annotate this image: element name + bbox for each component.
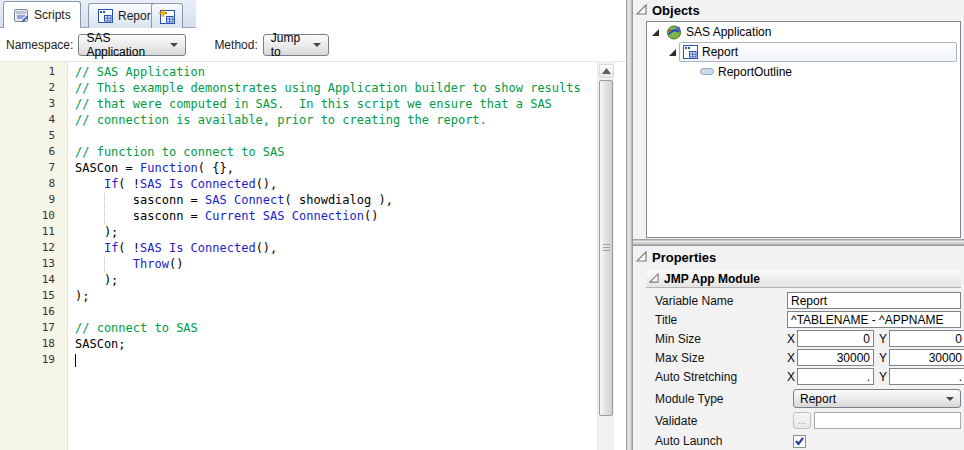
tree-item-label: Report: [702, 45, 738, 59]
collapse-triangle-icon[interactable]: [649, 272, 659, 286]
vertical-splitter[interactable]: [626, 0, 633, 450]
line-number: 9: [0, 192, 55, 208]
line-number: 18: [0, 336, 55, 352]
horizontal-splitter[interactable]: [633, 239, 964, 246]
code-line: 13 Throw(): [0, 256, 597, 272]
auto-stretching-label: Auto Stretching: [655, 370, 787, 384]
line-number: 19: [0, 352, 55, 368]
variable-name-field[interactable]: [787, 292, 961, 309]
property-row-title: Title: [655, 310, 961, 329]
scrollbar-thumb[interactable]: [599, 80, 613, 416]
max-size-label: Max Size: [655, 351, 787, 365]
tree-item-sas-application[interactable]: SAS Application: [647, 22, 960, 42]
code-line: 19: [0, 352, 597, 368]
tab-bar: Scripts Report: [0, 0, 626, 28]
max-size-y-label: Y: [879, 351, 889, 365]
editor-vertical-scrollbar[interactable]: [597, 61, 614, 450]
scrollbar-up-arrow[interactable]: [599, 64, 614, 78]
tree-item-content: ReportOutline: [696, 62, 957, 82]
min-size-y-label: Y: [879, 332, 889, 346]
objects-panel-header: Objects: [633, 0, 964, 21]
method-dropdown[interactable]: Jump to: [263, 34, 329, 56]
tree-expander-icon[interactable]: [667, 47, 679, 57]
auto-stretching-y-field[interactable]: [889, 368, 964, 385]
objects-tree: SAS ApplicationReportReportOutline: [646, 21, 961, 238]
title-field[interactable]: [787, 311, 961, 328]
method-label: Method:: [214, 38, 257, 52]
code-line-text: // connect to SAS: [55, 320, 198, 336]
auto-launch-label: Auto Launch: [655, 434, 787, 448]
tab-report-label: Report: [118, 9, 154, 23]
code-line-text: // This example demonstrates using Appli…: [55, 80, 581, 96]
tree-expander-icon[interactable]: [650, 27, 662, 37]
code-line-text: SASCon;: [55, 336, 126, 352]
code-lines: 1// SAS Application2// This example demo…: [0, 64, 597, 368]
tree-item-content: SAS Application: [662, 22, 957, 42]
code-line: 14 );: [0, 272, 597, 288]
new-report-icon: [159, 9, 175, 24]
properties-panel-title: Properties: [652, 250, 716, 265]
auto-stretching-x-field[interactable]: [797, 368, 874, 385]
code-line: 10 sasconn = Current SAS Connection(): [0, 208, 597, 224]
code-line-text: [55, 128, 75, 144]
line-number: 7: [0, 160, 55, 176]
line-number: 8: [0, 176, 55, 192]
collapse-triangle-icon[interactable]: [636, 250, 647, 265]
scripts-pane: Scripts Report: [0, 0, 626, 450]
code-line-text: SASCon = Function( {},: [55, 160, 234, 176]
chevron-down-icon: [946, 397, 954, 401]
line-number: 3: [0, 96, 55, 112]
line-number: 12: [0, 240, 55, 256]
objects-panel-title: Objects: [652, 3, 700, 18]
namespace-label: Namespace:: [6, 38, 73, 52]
tree-item-report[interactable]: Report: [647, 42, 960, 62]
line-number: 13: [0, 256, 55, 272]
sas-application-icon: [666, 25, 682, 40]
tab-new-module-button[interactable]: [151, 3, 183, 28]
line-number: 17: [0, 320, 55, 336]
max-size-y-field[interactable]: [889, 349, 964, 366]
min-size-y-field[interactable]: [889, 330, 964, 347]
module-type-dropdown[interactable]: Report: [793, 389, 961, 408]
module-type-label: Module Type: [655, 392, 787, 406]
report-icon: [98, 9, 113, 23]
max-size-x-label: X: [787, 351, 797, 365]
code-line-text: If( !SAS Is Connected(),: [55, 240, 277, 256]
scrollbar-grip: [603, 244, 610, 252]
script-editor[interactable]: 1// SAS Application2// This example demo…: [0, 61, 626, 450]
code-line: 12 If( !SAS Is Connected(),: [0, 240, 597, 256]
properties-panel-header: Properties: [633, 246, 964, 268]
validate-browse-button[interactable]: ...: [793, 412, 811, 429]
collapse-triangle-icon[interactable]: [636, 3, 647, 18]
tree-item-reportoutline[interactable]: ReportOutline: [647, 62, 960, 82]
auto-launch-checkbox[interactable]: [793, 435, 806, 448]
code-line: 3// that were computed in SAS. In this s…: [0, 96, 597, 112]
line-number: 1: [0, 64, 55, 80]
jmp-application-builder-window: Scripts Report: [0, 0, 964, 450]
group-header-title: JMP App Module: [664, 272, 760, 286]
validate-field[interactable]: [814, 412, 961, 429]
code-line-text: // SAS Application: [55, 64, 205, 80]
code-line: 9 sasconn = SAS Connect( showdialog ),: [0, 192, 597, 208]
indent-guide: [104, 193, 105, 208]
code-line-text: If( !SAS Is Connected(),: [55, 176, 277, 192]
code-line-text: );: [55, 224, 118, 240]
auto-stretching-x-label: X: [787, 370, 797, 384]
line-number: 16: [0, 304, 55, 320]
code-line: 2// This example demonstrates using Appl…: [0, 80, 597, 96]
max-size-x-field[interactable]: [797, 349, 874, 366]
line-number: 14: [0, 272, 55, 288]
method-dropdown-value: Jump to: [271, 31, 305, 59]
min-size-x-label: X: [787, 332, 797, 346]
line-number: 15: [0, 288, 55, 304]
variable-name-label: Variable Name: [655, 294, 787, 308]
tab-scripts[interactable]: Scripts: [3, 1, 81, 28]
property-row-min-size: Min Size X Y: [655, 329, 961, 348]
code-line: 15);: [0, 288, 597, 304]
code-line: 16: [0, 304, 597, 320]
tree-item-label: ReportOutline: [718, 65, 792, 79]
min-size-x-field[interactable]: [797, 330, 874, 347]
tree-item-label: SAS Application: [686, 25, 771, 39]
scripts-icon: [13, 8, 29, 23]
namespace-dropdown[interactable]: SAS Application: [78, 34, 186, 56]
